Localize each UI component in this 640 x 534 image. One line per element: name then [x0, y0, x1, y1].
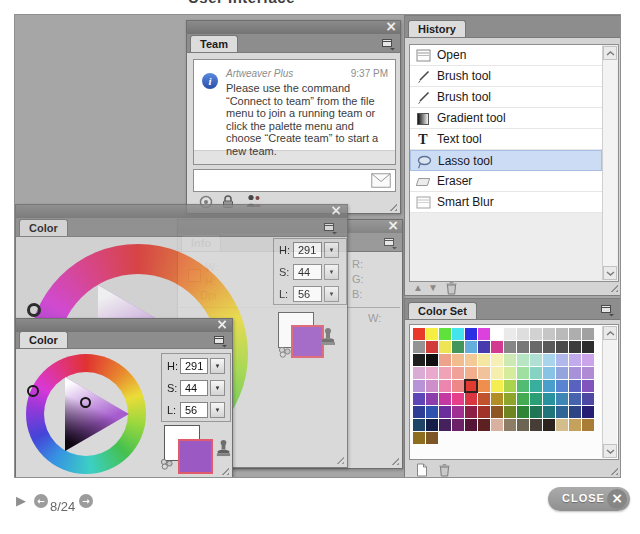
tab-history[interactable]: History: [408, 20, 466, 37]
saturation-input[interactable]: 44: [293, 264, 322, 280]
color-swatch[interactable]: [530, 354, 542, 366]
color-swatch[interactable]: [426, 406, 438, 418]
color-swatch[interactable]: [556, 406, 568, 418]
hue-spinner[interactable]: ▼: [324, 242, 339, 258]
lightness-spinner[interactable]: ▼: [210, 402, 225, 418]
color-swatch[interactable]: [530, 328, 542, 340]
history-item[interactable]: Gradient tool: [410, 108, 602, 129]
color-swatch[interactable]: [478, 367, 490, 379]
color-swatch[interactable]: [504, 380, 516, 392]
close-icon[interactable]: ×: [215, 318, 229, 332]
color-swatch[interactable]: [517, 367, 529, 379]
close-icon[interactable]: ×: [384, 20, 398, 34]
color-swatch[interactable]: [543, 380, 555, 392]
color-swatch[interactable]: [452, 354, 464, 366]
lightness-input[interactable]: 56: [180, 402, 208, 418]
color-swatch[interactable]: [556, 341, 568, 353]
color-swatch[interactable]: [504, 328, 516, 340]
color-swatch[interactable]: [465, 367, 477, 379]
color-swatch[interactable]: [582, 419, 594, 431]
color-swatch[interactable]: [582, 380, 594, 392]
history-item[interactable]: Lasso tool: [410, 150, 602, 171]
color-swatch[interactable]: [439, 367, 451, 379]
color-swatch[interactable]: [478, 419, 490, 431]
color-swatch[interactable]: [582, 367, 594, 379]
color-set-scrollbar[interactable]: [602, 326, 617, 458]
scroll-up-button[interactable]: [603, 326, 617, 340]
hue-spinner[interactable]: ▼: [210, 358, 225, 374]
color-swatch[interactable]: [491, 380, 503, 392]
color-swatch[interactable]: [543, 328, 555, 340]
color-swatch[interactable]: [413, 419, 425, 431]
resize-grip[interactable]: [608, 465, 618, 475]
color-swatch[interactable]: [543, 406, 555, 418]
color-swatch[interactable]: [582, 406, 594, 418]
history-item[interactable]: Open: [410, 45, 602, 66]
history-item[interactable]: Smart Blur: [410, 192, 602, 213]
color-swatch[interactable]: [569, 380, 581, 392]
color-swatch[interactable]: [517, 419, 529, 431]
history-item[interactable]: TText tool: [410, 129, 602, 150]
color-swatch[interactable]: [517, 393, 529, 405]
stamp-icon[interactable]: [319, 327, 337, 347]
color-swatch[interactable]: [426, 432, 438, 444]
color-swatch[interactable]: [452, 419, 464, 431]
color-swatch[interactable]: [569, 341, 581, 353]
color-swatch[interactable]: [556, 419, 568, 431]
color-swatch[interactable]: [530, 393, 542, 405]
resize-grip[interactable]: [608, 282, 618, 292]
color-swatch[interactable]: [530, 419, 542, 431]
color-swatch[interactable]: [556, 380, 568, 392]
color-swatch[interactable]: [543, 341, 555, 353]
color-swatch[interactable]: [530, 380, 542, 392]
color-swatch[interactable]: [478, 354, 490, 366]
tab-color-set[interactable]: Color Set: [408, 302, 477, 319]
color-swatch[interactable]: [426, 380, 438, 392]
color-swatch[interactable]: [439, 380, 451, 392]
saturation-spinner[interactable]: ▼: [324, 264, 339, 280]
close-x-icon[interactable]: ×: [607, 489, 627, 509]
resize-grip[interactable]: [389, 455, 399, 465]
hue-input[interactable]: 291: [293, 242, 322, 258]
triangle-marker[interactable]: [80, 397, 91, 408]
color-titlebar[interactable]: ×: [16, 205, 347, 218]
scroll-up-button[interactable]: [603, 46, 617, 60]
color-swatch[interactable]: [556, 367, 568, 379]
color-swatch[interactable]: [517, 341, 529, 353]
close-icon[interactable]: ×: [329, 204, 343, 218]
color-swatch[interactable]: [439, 406, 451, 418]
palette-menu-icon[interactable]: [214, 334, 228, 346]
color-swatch[interactable]: [439, 354, 451, 366]
color-swatch[interactable]: [504, 341, 516, 353]
close-icon[interactable]: ×: [386, 219, 400, 233]
color-swatch[interactable]: [504, 354, 516, 366]
scroll-down-button[interactable]: [603, 266, 617, 280]
close-button[interactable]: CLOSE ×: [548, 487, 630, 511]
color-swatch[interactable]: [426, 393, 438, 405]
color-swatch[interactable]: [426, 354, 438, 366]
history-scrollbar[interactable]: [602, 46, 617, 280]
color-swatch[interactable]: [582, 354, 594, 366]
saturation-input[interactable]: 44: [180, 380, 208, 396]
color-swatch[interactable]: [569, 328, 581, 340]
color-swatch[interactable]: [491, 406, 503, 418]
color-swatch[interactable]: [582, 328, 594, 340]
color-swatch[interactable]: [465, 341, 477, 353]
sponge-icon[interactable]: [160, 458, 174, 470]
color-swatch[interactable]: [426, 328, 438, 340]
color-swatch[interactable]: [504, 419, 516, 431]
color-swatch[interactable]: [452, 393, 464, 405]
color-swatch[interactable]: [491, 367, 503, 379]
saturation-spinner[interactable]: ▼: [210, 380, 225, 396]
color-swatch[interactable]: [517, 406, 529, 418]
color-swatch[interactable]: [491, 393, 503, 405]
sponge-icon[interactable]: [278, 346, 292, 358]
color-swatch[interactable]: [569, 367, 581, 379]
color-swatch[interactable]: [439, 419, 451, 431]
resize-grip[interactable]: [387, 201, 397, 211]
color-swatch[interactable]: [413, 432, 425, 444]
color-swatch[interactable]: [543, 419, 555, 431]
color-swatch[interactable]: [465, 393, 477, 405]
color-swatch[interactable]: [413, 367, 425, 379]
color-swatch[interactable]: [465, 380, 477, 392]
